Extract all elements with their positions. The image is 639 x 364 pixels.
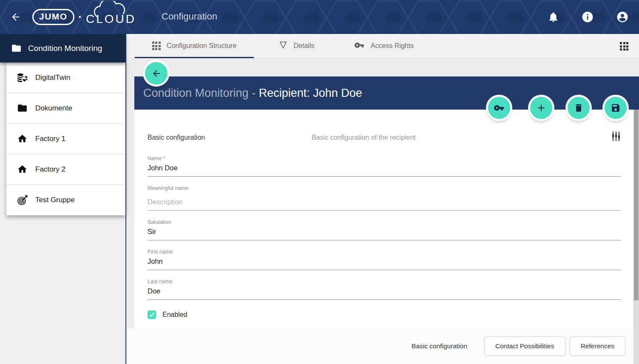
field-label: Last name [148,279,621,285]
tab-configuration-structure[interactable]: Configuration Structure [135,34,254,58]
last-name-input[interactable] [148,285,621,300]
delete-button[interactable] [568,97,590,119]
tab-label: Configuration Structure [167,42,237,50]
top-app-bar: JUMO · CLOUD Configuration [0,0,639,34]
content-area: Condition Monitoring - Recipient: John D… [127,58,639,364]
key-icon [354,40,365,52]
tab-bar: Configuration Structure Details Access R… [127,34,639,58]
target-icon [17,195,28,206]
jumo-logo-capsule: JUMO [32,9,74,25]
footer-section-basic-configuration[interactable]: Basic configuration [412,342,467,350]
cloud-outline-icon [92,1,143,19]
trash-icon [574,103,584,113]
save-button[interactable] [605,97,627,119]
recipient-title: Recipient: John Doe [259,87,362,100]
info-icon[interactable] [581,11,594,23]
sidebar-item-label: Factory 2 [35,165,65,174]
sidebar-item-digitaltwin[interactable]: DigitalTwin [6,62,125,93]
jumo-cloud-logo: JUMO · CLOUD [32,8,136,26]
back-button[interactable] [145,62,168,85]
field-label: First name [148,249,621,255]
main-area: Configuration Structure Details Access R… [127,34,639,364]
tab-details[interactable]: Details [254,34,339,58]
references-button[interactable]: References [570,336,625,356]
breadcrumb: Condition Monitoring - [143,87,259,100]
sidebar-item-label: Test Gruppe [35,196,75,204]
contact-possibilities-button[interactable]: Contact Possibilities [484,336,565,356]
bell-icon[interactable] [548,11,559,23]
enabled-checkbox[interactable] [148,310,156,319]
first-name-input[interactable] [148,255,621,270]
sidebar-header-label: Condition Monitoring [28,44,102,53]
tune-icon[interactable] [611,131,621,144]
sidebar-item-condition-monitoring[interactable]: Condition Monitoring [0,34,125,62]
field-last-name: Last name [148,279,621,300]
enabled-checkbox-row[interactable]: Enabled [148,310,621,319]
sidebar-item-factory-2[interactable]: Factory 2 [6,154,125,185]
save-icon [611,103,621,113]
page-title: Configuration [162,11,217,22]
sidebar-item-label: DigitalTwin [35,73,70,82]
folder-icon [11,43,22,54]
back-arrow-icon[interactable] [9,11,22,23]
tab-access-rights[interactable]: Access Rights [339,34,429,58]
account-icon[interactable] [616,11,629,23]
sidebar-item-label: Dokumente [35,104,72,113]
sidebar-item-test-gruppe[interactable]: Test Gruppe [6,185,125,215]
field-name: Name * [148,155,621,177]
basic-configuration-panel: Basic configuration Basic configuration … [134,110,633,328]
field-first-name: First name [148,249,621,270]
sidebar-item-list: DigitalTwin Dokumente Factory 1 Factory … [6,62,125,215]
field-meaningful-name: Meaningful name [148,185,621,211]
field-label: Name * [148,155,621,162]
sidebar-item-label: Factory 1 [35,135,65,143]
cloud-logo: CLOUD [86,8,136,26]
recipient-header: Condition Monitoring - Recipient: John D… [134,76,639,110]
jumo-cloud-app: JUMO · CLOUD Configuration [0,0,639,364]
grid-view-icon[interactable] [620,42,628,51]
funnel-icon [278,40,288,51]
sidebar-item-dokumente[interactable]: Dokumente [6,93,125,124]
sidebar: Condition Monitoring DigitalTwin [0,34,126,364]
home-icon [17,164,28,175]
field-label: Salutation [148,219,621,226]
scrollbar-thumb[interactable] [634,110,639,300]
folder-icon [17,103,28,113]
tab-label: Details [294,42,315,50]
meaningful-name-input[interactable] [148,192,621,211]
enabled-label: Enabled [162,311,187,319]
key-icon [494,102,505,113]
access-key-button[interactable] [488,97,510,119]
tab-label: Access Rights [371,42,414,50]
section-subtitle: Basic configuration of the recipient [312,134,416,141]
footer-bar: Basic configuration Contact Possibilitie… [127,328,633,364]
digital-twin-icon [17,73,28,83]
field-salutation: Salutation [148,219,621,240]
salutation-input[interactable] [148,226,621,240]
home-icon [17,133,28,144]
scrollbar-track[interactable] [633,110,639,364]
sidebar-item-factory-1[interactable]: Factory 1 [6,124,125,154]
section-title: Basic configuration [148,134,205,141]
arrow-left-icon [151,68,162,79]
plus-icon [536,102,547,113]
name-input[interactable] [148,162,621,177]
form-fields: Name * Meaningful name Salutation F [148,152,621,319]
field-label: Meaningful name [148,185,621,192]
grid-icon [152,42,161,50]
add-button[interactable] [530,97,552,119]
check-icon [149,312,155,317]
